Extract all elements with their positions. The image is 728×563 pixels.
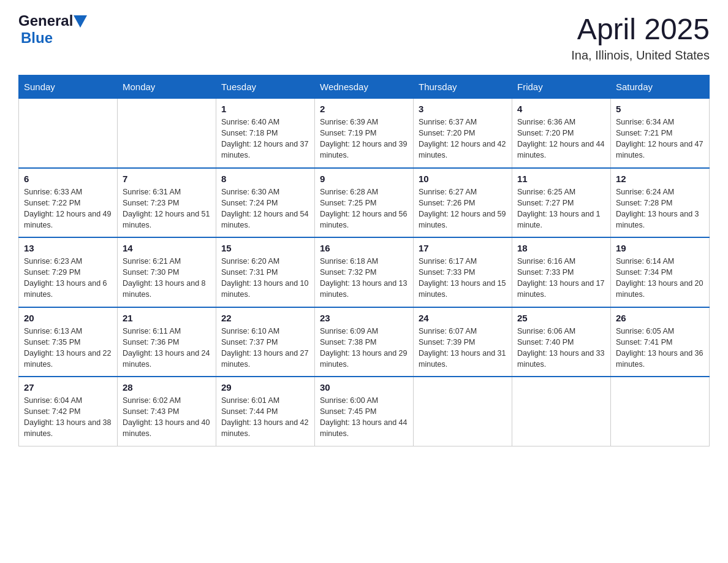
day-of-week-header: Tuesday bbox=[216, 75, 315, 99]
calendar-week-row: 27Sunrise: 6:04 AMSunset: 7:42 PMDayligh… bbox=[19, 377, 710, 446]
calendar-day-cell: 8Sunrise: 6:30 AMSunset: 7:24 PMDaylight… bbox=[216, 168, 315, 238]
calendar-day-cell: 3Sunrise: 6:37 AMSunset: 7:20 PMDaylight… bbox=[414, 99, 512, 168]
calendar-day-cell: 6Sunrise: 6:33 AMSunset: 7:22 PMDaylight… bbox=[19, 168, 118, 238]
calendar-day-cell: 4Sunrise: 6:36 AMSunset: 7:20 PMDaylight… bbox=[512, 99, 611, 168]
day-info: Sunrise: 6:25 AMSunset: 7:27 PMDaylight:… bbox=[517, 186, 605, 231]
day-info: Sunrise: 6:34 AMSunset: 7:21 PMDaylight:… bbox=[616, 117, 704, 161]
title-area: April 2025 Ina, Illinois, United States bbox=[571, 12, 710, 63]
day-number: 2 bbox=[320, 104, 408, 114]
calendar-day-cell: 10Sunrise: 6:27 AMSunset: 7:26 PMDayligh… bbox=[414, 168, 512, 238]
day-number: 21 bbox=[123, 313, 211, 323]
day-number: 24 bbox=[419, 313, 507, 323]
calendar-day-cell bbox=[611, 377, 710, 446]
day-number: 8 bbox=[221, 174, 309, 184]
day-info: Sunrise: 6:01 AMSunset: 7:44 PMDaylight:… bbox=[221, 395, 309, 440]
day-number: 30 bbox=[320, 382, 408, 393]
calendar-table: SundayMondayTuesdayWednesdayThursdayFrid… bbox=[18, 75, 710, 446]
day-number: 6 bbox=[24, 174, 112, 184]
day-number: 12 bbox=[616, 174, 704, 184]
calendar-week-row: 1Sunrise: 6:40 AMSunset: 7:18 PMDaylight… bbox=[19, 99, 710, 168]
calendar-day-cell bbox=[512, 377, 611, 446]
day-number: 9 bbox=[320, 174, 408, 184]
calendar-day-cell: 27Sunrise: 6:04 AMSunset: 7:42 PMDayligh… bbox=[19, 377, 118, 446]
day-info: Sunrise: 6:18 AMSunset: 7:32 PMDaylight:… bbox=[320, 256, 408, 301]
calendar-week-row: 13Sunrise: 6:23 AMSunset: 7:29 PMDayligh… bbox=[19, 237, 710, 307]
day-info: Sunrise: 6:39 AMSunset: 7:19 PMDaylight:… bbox=[320, 117, 408, 161]
day-info: Sunrise: 6:14 AMSunset: 7:34 PMDaylight:… bbox=[616, 256, 704, 301]
page-header: General Blue April 2025 Ina, Illinois, U… bbox=[18, 12, 710, 63]
day-number: 25 bbox=[517, 313, 605, 323]
day-info: Sunrise: 6:27 AMSunset: 7:26 PMDaylight:… bbox=[419, 186, 507, 231]
calendar-day-cell: 11Sunrise: 6:25 AMSunset: 7:27 PMDayligh… bbox=[512, 168, 611, 238]
calendar-day-cell: 30Sunrise: 6:00 AMSunset: 7:45 PMDayligh… bbox=[315, 377, 414, 446]
day-info: Sunrise: 6:00 AMSunset: 7:45 PMDaylight:… bbox=[320, 395, 408, 440]
logo-blue-text: Blue bbox=[21, 29, 53, 46]
calendar-day-cell: 15Sunrise: 6:20 AMSunset: 7:31 PMDayligh… bbox=[216, 237, 315, 307]
day-number: 3 bbox=[419, 104, 507, 114]
day-number: 15 bbox=[221, 243, 309, 253]
calendar-day-cell: 19Sunrise: 6:14 AMSunset: 7:34 PMDayligh… bbox=[611, 237, 710, 307]
calendar-day-cell: 14Sunrise: 6:21 AMSunset: 7:30 PMDayligh… bbox=[118, 237, 216, 307]
day-number: 16 bbox=[320, 243, 408, 253]
day-info: Sunrise: 6:23 AMSunset: 7:29 PMDaylight:… bbox=[24, 256, 112, 301]
day-info: Sunrise: 6:16 AMSunset: 7:33 PMDaylight:… bbox=[517, 256, 605, 301]
day-info: Sunrise: 6:31 AMSunset: 7:23 PMDaylight:… bbox=[123, 186, 211, 231]
calendar-day-cell: 16Sunrise: 6:18 AMSunset: 7:32 PMDayligh… bbox=[315, 237, 414, 307]
calendar-day-cell: 18Sunrise: 6:16 AMSunset: 7:33 PMDayligh… bbox=[512, 237, 611, 307]
logo-general-text: General bbox=[18, 12, 73, 29]
calendar-day-cell: 25Sunrise: 6:06 AMSunset: 7:40 PMDayligh… bbox=[512, 307, 611, 377]
day-number: 7 bbox=[123, 174, 211, 184]
day-info: Sunrise: 6:07 AMSunset: 7:39 PMDaylight:… bbox=[419, 326, 507, 370]
day-info: Sunrise: 6:06 AMSunset: 7:40 PMDaylight:… bbox=[517, 326, 605, 370]
day-info: Sunrise: 6:24 AMSunset: 7:28 PMDaylight:… bbox=[616, 186, 704, 231]
calendar-day-cell: 17Sunrise: 6:17 AMSunset: 7:33 PMDayligh… bbox=[414, 237, 512, 307]
day-number: 4 bbox=[517, 104, 605, 114]
day-number: 26 bbox=[616, 313, 704, 323]
day-number: 10 bbox=[419, 174, 507, 184]
calendar-day-cell: 29Sunrise: 6:01 AMSunset: 7:44 PMDayligh… bbox=[216, 377, 315, 446]
calendar-day-cell: 2Sunrise: 6:39 AMSunset: 7:19 PMDaylight… bbox=[315, 99, 414, 168]
calendar-day-cell: 22Sunrise: 6:10 AMSunset: 7:37 PMDayligh… bbox=[216, 307, 315, 377]
calendar-day-cell: 1Sunrise: 6:40 AMSunset: 7:18 PMDaylight… bbox=[216, 99, 315, 168]
day-info: Sunrise: 6:33 AMSunset: 7:22 PMDaylight:… bbox=[24, 186, 112, 231]
day-number: 27 bbox=[24, 382, 112, 393]
logo: General Blue bbox=[18, 12, 88, 47]
calendar-header-row: SundayMondayTuesdayWednesdayThursdayFrid… bbox=[19, 75, 710, 99]
day-info: Sunrise: 6:05 AMSunset: 7:41 PMDaylight:… bbox=[616, 326, 704, 370]
day-of-week-header: Friday bbox=[512, 75, 611, 99]
calendar-day-cell: 26Sunrise: 6:05 AMSunset: 7:41 PMDayligh… bbox=[611, 307, 710, 377]
calendar-day-cell: 24Sunrise: 6:07 AMSunset: 7:39 PMDayligh… bbox=[414, 307, 512, 377]
day-of-week-header: Saturday bbox=[611, 75, 710, 99]
day-info: Sunrise: 6:28 AMSunset: 7:25 PMDaylight:… bbox=[320, 186, 408, 231]
day-number: 18 bbox=[517, 243, 605, 253]
calendar-week-row: 6Sunrise: 6:33 AMSunset: 7:22 PMDaylight… bbox=[19, 168, 710, 238]
day-number: 1 bbox=[221, 104, 309, 114]
day-number: 23 bbox=[320, 313, 408, 323]
day-info: Sunrise: 6:30 AMSunset: 7:24 PMDaylight:… bbox=[221, 186, 309, 231]
day-info: Sunrise: 6:09 AMSunset: 7:38 PMDaylight:… bbox=[320, 326, 408, 370]
day-number: 22 bbox=[221, 313, 309, 323]
calendar-day-cell: 28Sunrise: 6:02 AMSunset: 7:43 PMDayligh… bbox=[118, 377, 216, 446]
calendar-day-cell: 5Sunrise: 6:34 AMSunset: 7:21 PMDaylight… bbox=[611, 99, 710, 168]
day-info: Sunrise: 6:04 AMSunset: 7:42 PMDaylight:… bbox=[24, 395, 112, 440]
day-number: 14 bbox=[123, 243, 211, 253]
day-info: Sunrise: 6:40 AMSunset: 7:18 PMDaylight:… bbox=[221, 117, 309, 161]
calendar-day-cell: 20Sunrise: 6:13 AMSunset: 7:35 PMDayligh… bbox=[19, 307, 118, 377]
svg-marker-0 bbox=[74, 15, 87, 28]
calendar-day-cell bbox=[19, 99, 118, 168]
day-number: 17 bbox=[419, 243, 507, 253]
day-info: Sunrise: 6:13 AMSunset: 7:35 PMDaylight:… bbox=[24, 326, 112, 370]
day-info: Sunrise: 6:20 AMSunset: 7:31 PMDaylight:… bbox=[221, 256, 309, 301]
day-info: Sunrise: 6:02 AMSunset: 7:43 PMDaylight:… bbox=[123, 395, 211, 440]
day-info: Sunrise: 6:36 AMSunset: 7:20 PMDaylight:… bbox=[517, 117, 605, 161]
location-title: Ina, Illinois, United States bbox=[571, 48, 710, 63]
day-of-week-header: Monday bbox=[118, 75, 216, 99]
calendar-week-row: 20Sunrise: 6:13 AMSunset: 7:35 PMDayligh… bbox=[19, 307, 710, 377]
calendar-day-cell bbox=[118, 99, 216, 168]
calendar-day-cell: 12Sunrise: 6:24 AMSunset: 7:28 PMDayligh… bbox=[611, 168, 710, 238]
calendar-day-cell: 21Sunrise: 6:11 AMSunset: 7:36 PMDayligh… bbox=[118, 307, 216, 377]
day-number: 13 bbox=[24, 243, 112, 253]
day-number: 11 bbox=[517, 174, 605, 184]
day-info: Sunrise: 6:37 AMSunset: 7:20 PMDaylight:… bbox=[419, 117, 507, 161]
day-of-week-header: Sunday bbox=[19, 75, 118, 99]
